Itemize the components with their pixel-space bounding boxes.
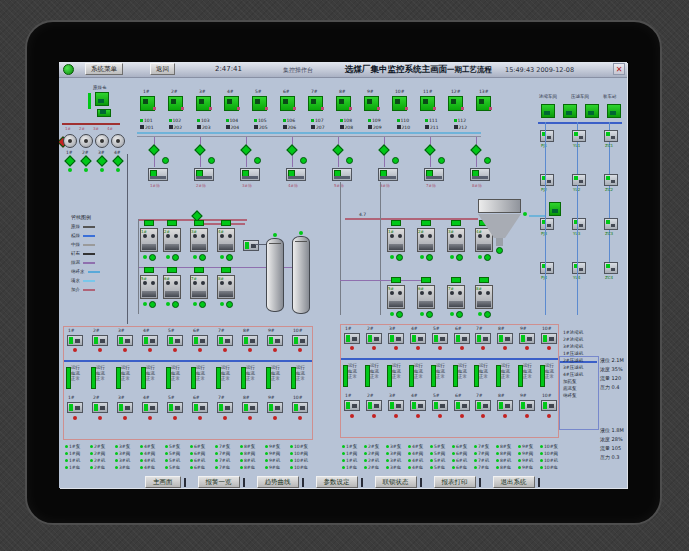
discharge-valve-icon[interactable] bbox=[172, 301, 179, 308]
area-device-icon[interactable] bbox=[585, 104, 599, 118]
feeder-icon[interactable] bbox=[224, 96, 239, 111]
discharge-valve-icon[interactable] bbox=[484, 311, 491, 318]
hopper-feed-valve-icon[interactable] bbox=[221, 267, 231, 273]
process-node-icon[interactable] bbox=[540, 174, 554, 186]
pump-icon[interactable] bbox=[366, 333, 382, 344]
hopper-feed-valve-icon[interactable] bbox=[144, 267, 154, 273]
line-valve-icon[interactable] bbox=[470, 144, 481, 155]
hopper-feed-valve-icon[interactable] bbox=[451, 277, 461, 283]
process-node-icon[interactable] bbox=[572, 174, 586, 186]
pump-icon[interactable] bbox=[67, 402, 83, 413]
pump-icon[interactable] bbox=[366, 400, 382, 411]
discharge-valve-icon[interactable] bbox=[484, 254, 491, 261]
process-node-icon[interactable] bbox=[572, 218, 586, 230]
bunker-gate-icon[interactable] bbox=[97, 109, 111, 117]
buffer-tank-icon[interactable] bbox=[292, 236, 310, 314]
agitator-icon[interactable] bbox=[95, 134, 109, 148]
hopper-feed-valve-icon[interactable] bbox=[391, 277, 401, 283]
discharge-valve-icon[interactable] bbox=[456, 254, 463, 261]
pump-icon[interactable] bbox=[92, 335, 108, 346]
pump-icon[interactable] bbox=[475, 400, 491, 411]
process-node-icon[interactable] bbox=[572, 130, 586, 142]
screen-machine-icon[interactable] bbox=[240, 168, 260, 181]
line-valve-icon[interactable] bbox=[148, 144, 159, 155]
discharge-valve-icon[interactable] bbox=[172, 254, 179, 261]
pump-icon[interactable] bbox=[217, 402, 233, 413]
pump-icon[interactable] bbox=[167, 402, 183, 413]
feeder-icon[interactable] bbox=[420, 96, 435, 111]
pump-icon[interactable] bbox=[410, 333, 426, 344]
pump-icon[interactable] bbox=[217, 335, 233, 346]
bunker-device-icon[interactable] bbox=[95, 92, 109, 106]
pump-icon[interactable] bbox=[92, 402, 108, 413]
pump-icon[interactable] bbox=[292, 402, 308, 413]
hopper-feed-valve-icon[interactable] bbox=[479, 277, 489, 283]
pump-icon[interactable] bbox=[142, 335, 158, 346]
screen-machine-icon[interactable] bbox=[194, 168, 214, 181]
nav-button[interactable]: 主画面 bbox=[145, 476, 181, 488]
line-valve2-icon[interactable] bbox=[254, 157, 261, 164]
discharge-valve-icon[interactable] bbox=[149, 254, 156, 261]
pump-icon[interactable] bbox=[192, 402, 208, 413]
pump-icon[interactable] bbox=[497, 400, 513, 411]
line-valve2-icon[interactable] bbox=[346, 157, 353, 164]
pump-icon[interactable] bbox=[117, 335, 133, 346]
nav-button[interactable]: 参数设定 bbox=[316, 476, 358, 488]
feeder-icon[interactable] bbox=[336, 96, 351, 111]
pump-icon[interactable] bbox=[267, 402, 283, 413]
line-valve2-icon[interactable] bbox=[438, 157, 445, 164]
feeder-icon[interactable] bbox=[252, 96, 267, 111]
line-valve-icon[interactable] bbox=[240, 144, 251, 155]
feeder-icon[interactable] bbox=[196, 96, 211, 111]
feeder-icon[interactable] bbox=[168, 96, 183, 111]
pump-icon[interactable] bbox=[432, 400, 448, 411]
pump-icon[interactable] bbox=[192, 335, 208, 346]
pump-icon[interactable] bbox=[117, 402, 133, 413]
process-node-icon[interactable] bbox=[572, 262, 586, 274]
discharge-valve-icon[interactable] bbox=[199, 301, 206, 308]
agitator-icon[interactable] bbox=[79, 134, 93, 148]
thickener-valve-icon[interactable] bbox=[496, 247, 503, 254]
distributor-icon[interactable] bbox=[549, 202, 561, 216]
pump-icon[interactable] bbox=[497, 333, 513, 344]
screen-machine-icon[interactable] bbox=[470, 168, 490, 181]
feeder-icon[interactable] bbox=[308, 96, 323, 111]
line-valve2-icon[interactable] bbox=[392, 157, 399, 164]
discharge-valve-icon[interactable] bbox=[426, 311, 433, 318]
screen-machine-icon[interactable] bbox=[286, 168, 306, 181]
process-node-icon[interactable] bbox=[604, 262, 618, 274]
pump-icon[interactable] bbox=[388, 333, 404, 344]
discharge-valve-icon[interactable] bbox=[199, 254, 206, 261]
nav-button[interactable]: 报表打印 bbox=[434, 476, 476, 488]
hopper-feed-valve-icon[interactable] bbox=[421, 277, 431, 283]
pump-icon[interactable] bbox=[344, 400, 360, 411]
line-valve-icon[interactable] bbox=[378, 144, 389, 155]
line-valve2-icon[interactable] bbox=[300, 157, 307, 164]
pump-icon[interactable] bbox=[167, 335, 183, 346]
pump-icon[interactable] bbox=[454, 400, 470, 411]
pump-icon[interactable] bbox=[67, 335, 83, 346]
pump-icon[interactable] bbox=[242, 335, 258, 346]
nav-button[interactable]: 报警一览 bbox=[198, 476, 240, 488]
line-valve2-icon[interactable] bbox=[162, 157, 169, 164]
discharge-valve-icon[interactable] bbox=[226, 301, 233, 308]
process-node-icon[interactable] bbox=[604, 130, 618, 142]
area-device-icon[interactable] bbox=[541, 104, 555, 118]
nav-button[interactable]: 退出系统 bbox=[493, 476, 535, 488]
discharge-valve-icon[interactable] bbox=[226, 254, 233, 261]
hopper-feed-valve-icon[interactable] bbox=[221, 220, 231, 226]
buffer-tank-icon[interactable] bbox=[266, 238, 284, 312]
agitator-icon[interactable] bbox=[111, 134, 125, 148]
line-valve-icon[interactable] bbox=[286, 144, 297, 155]
line-valve-icon[interactable] bbox=[332, 144, 343, 155]
process-node-icon[interactable] bbox=[604, 218, 618, 230]
hopper-feed-valve-icon[interactable] bbox=[194, 220, 204, 226]
pump-icon[interactable] bbox=[519, 333, 535, 344]
line-valve2-icon[interactable] bbox=[208, 157, 215, 164]
discharge-valve-icon[interactable] bbox=[426, 254, 433, 261]
feeder-icon[interactable] bbox=[140, 96, 155, 111]
pump-icon[interactable] bbox=[454, 333, 470, 344]
line-valve-icon[interactable] bbox=[424, 144, 435, 155]
screen-machine-icon[interactable] bbox=[424, 168, 444, 181]
feeder-icon[interactable] bbox=[476, 96, 491, 111]
